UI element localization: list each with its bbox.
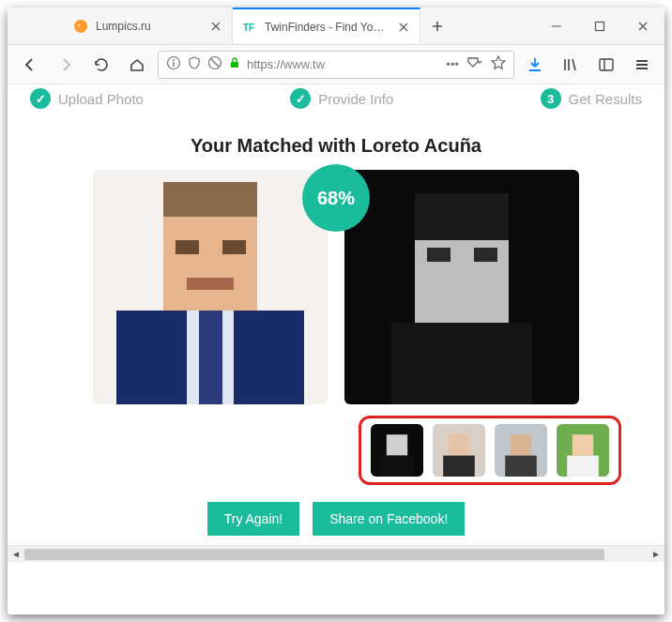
more-icon[interactable]: ••• xyxy=(446,57,459,71)
share-facebook-button[interactable]: Share on Facebook! xyxy=(313,502,465,536)
svg-rect-15 xyxy=(222,240,246,254)
svg-point-0 xyxy=(74,20,87,33)
match-percent-badge: 68% xyxy=(302,164,370,232)
step-label: Provide Info xyxy=(318,91,393,107)
try-again-button[interactable]: Try Again! xyxy=(207,502,300,536)
svg-rect-19 xyxy=(199,311,222,404)
svg-rect-13 xyxy=(163,182,257,218)
lock-icon[interactable] xyxy=(228,56,241,72)
reload-button[interactable] xyxy=(86,50,116,80)
horizontal-scrollbar[interactable]: ◄ ► xyxy=(8,545,664,562)
svg-rect-4 xyxy=(596,22,604,30)
minimize-button[interactable] xyxy=(535,8,578,44)
favicon-lumpics xyxy=(73,19,88,34)
window-controls xyxy=(535,8,664,44)
svg-rect-27 xyxy=(387,434,407,455)
candidate-thumbs-wrap xyxy=(8,404,664,485)
candidate-thumb-3[interactable] xyxy=(495,424,547,477)
candidate-thumbs xyxy=(359,416,621,485)
pocket-dropdown-icon[interactable] xyxy=(466,56,483,72)
forward-button[interactable] xyxy=(51,50,81,80)
scrollbar-thumb[interactable] xyxy=(24,549,604,560)
tab-label: Lumpics.ru xyxy=(96,20,202,33)
svg-rect-22 xyxy=(415,193,509,240)
candidate-thumb-2[interactable] xyxy=(433,424,485,477)
bookmark-star-icon[interactable] xyxy=(491,55,506,73)
svg-rect-14 xyxy=(176,240,199,254)
tab-strip: Lumpics.ru TF TwinFinders - Find Your Tw… xyxy=(8,8,454,44)
page-body: ✓ Upload Photo ✓ Provide Info 3 Get Resu… xyxy=(8,84,664,614)
library-button[interactable] xyxy=(556,50,586,80)
permission-icon[interactable] xyxy=(207,55,222,73)
scrollbar-track[interactable] xyxy=(24,548,648,561)
svg-rect-36 xyxy=(573,434,593,455)
progress-steps: ✓ Upload Photo ✓ Provide Info 3 Get Resu… xyxy=(8,84,664,109)
close-icon[interactable] xyxy=(397,21,410,34)
step-label: Get Results xyxy=(569,91,642,107)
svg-text:TF: TF xyxy=(243,23,254,33)
check-icon: ✓ xyxy=(290,88,311,109)
match-photo xyxy=(344,170,579,404)
svg-rect-31 xyxy=(443,456,475,477)
scroll-right-icon[interactable]: ► xyxy=(648,549,664,559)
tab-twinfinders[interactable]: TF TwinFinders - Find Your Twin xyxy=(233,8,420,44)
tab-lumpics[interactable]: Lumpics.ru xyxy=(64,8,233,44)
info-icon[interactable] xyxy=(166,55,181,73)
action-row: Try Again! Share on Facebook! xyxy=(8,502,664,536)
svg-rect-23 xyxy=(427,248,451,262)
step-results: 3 Get Results xyxy=(541,88,642,109)
new-tab-button[interactable] xyxy=(420,8,454,44)
urlbar-actions: ••• xyxy=(446,55,506,73)
menu-button[interactable] xyxy=(627,50,657,80)
user-photo xyxy=(93,170,328,404)
svg-rect-9 xyxy=(231,62,238,68)
scroll-left-icon[interactable]: ◄ xyxy=(8,549,24,559)
url-bar[interactable]: https://www.tw ••• xyxy=(158,51,514,79)
check-icon: ✓ xyxy=(30,88,51,109)
step-info: ✓ Provide Info xyxy=(290,88,393,109)
svg-point-1 xyxy=(78,23,80,25)
browser-window: Lumpics.ru TF TwinFinders - Find Your Tw… xyxy=(8,8,664,614)
favicon-twinfinders: TF xyxy=(242,20,257,35)
home-button[interactable] xyxy=(122,50,152,80)
shield-icon[interactable] xyxy=(187,55,202,73)
candidate-thumb-4[interactable] xyxy=(557,424,609,477)
back-button[interactable] xyxy=(15,50,45,80)
nav-toolbar: https://www.tw ••• xyxy=(8,45,664,84)
step-number-icon: 3 xyxy=(541,88,561,109)
maximize-button[interactable] xyxy=(578,8,621,44)
svg-rect-25 xyxy=(391,323,532,405)
match-row: 68% xyxy=(8,170,664,404)
svg-rect-33 xyxy=(511,434,531,455)
downloads-button[interactable] xyxy=(520,50,550,80)
viewport: ✓ Upload Photo ✓ Provide Info 3 Get Resu… xyxy=(8,84,664,614)
match-heading: Your Matched with Loreto Acuña xyxy=(8,135,664,157)
svg-rect-28 xyxy=(381,456,413,477)
close-icon[interactable] xyxy=(209,20,222,33)
svg-point-6 xyxy=(173,59,175,61)
url-text: https://www.tw xyxy=(247,57,440,71)
step-label: Upload Photo xyxy=(58,91,144,107)
svg-rect-10 xyxy=(600,59,613,70)
svg-rect-24 xyxy=(474,248,497,262)
sidebar-button[interactable] xyxy=(591,50,621,80)
svg-rect-34 xyxy=(505,456,537,477)
svg-rect-30 xyxy=(449,434,469,455)
tab-label: TwinFinders - Find Your Twin xyxy=(265,21,389,34)
svg-rect-16 xyxy=(187,278,234,290)
svg-rect-7 xyxy=(173,62,174,67)
close-window-button[interactable] xyxy=(621,8,664,44)
candidate-thumb-1[interactable] xyxy=(371,424,423,477)
svg-rect-37 xyxy=(567,456,599,477)
titlebar: Lumpics.ru TF TwinFinders - Find Your Tw… xyxy=(8,8,664,45)
step-upload: ✓ Upload Photo xyxy=(30,88,144,109)
